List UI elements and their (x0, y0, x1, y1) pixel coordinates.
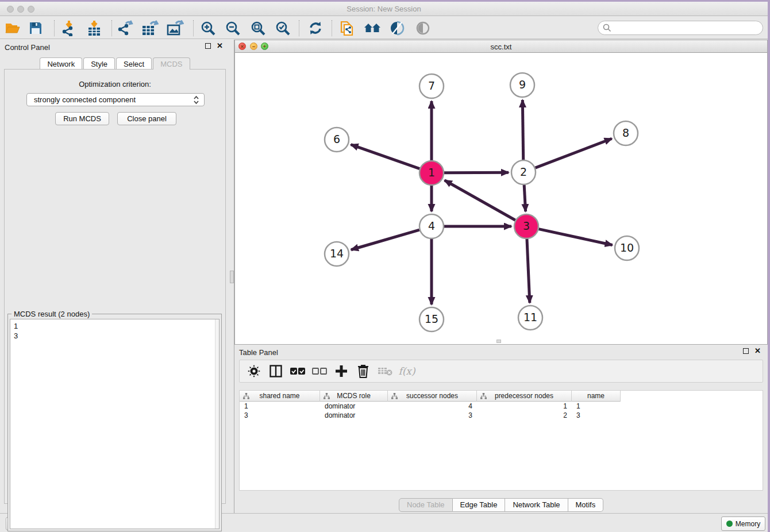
export-image-icon[interactable] (165, 20, 185, 37)
table-panel-float-icon[interactable] (743, 348, 749, 354)
optimization-criterion-dropdown[interactable]: strongly connected component (26, 93, 205, 106)
column-header-name[interactable]: name (572, 391, 621, 402)
table-cell[interactable]: 4 (388, 402, 477, 411)
result-scrollbar[interactable] (215, 319, 219, 529)
export-network-icon[interactable] (116, 20, 135, 37)
clone-network-icon[interactable] (338, 20, 357, 37)
refresh-icon[interactable] (306, 20, 325, 37)
delete-column-icon[interactable] (353, 363, 373, 380)
optimization-criterion-label: Optimization criterion: (5, 80, 225, 88)
graph-edge-3-1[interactable] (445, 180, 515, 220)
table-cell[interactable]: 1 (477, 402, 572, 411)
split-columns-icon[interactable] (266, 363, 286, 380)
show-style-icon[interactable] (387, 20, 407, 37)
mcds-result-textarea[interactable]: 1 3 (10, 319, 220, 529)
zoom-in-icon[interactable] (198, 20, 218, 37)
search-text-field[interactable] (611, 23, 763, 33)
table-cell[interactable]: 3 (572, 411, 621, 420)
table-cell[interactable]: dominator (320, 411, 388, 420)
graph-node-4[interactable]: 4 (419, 214, 444, 238)
tab-style[interactable]: Style (83, 57, 115, 70)
network-canvas[interactable]: 7968124314101511 (235, 53, 767, 344)
import-table-icon[interactable] (84, 20, 104, 37)
graph-node-label: 11 (523, 311, 537, 323)
graph-node-1[interactable]: 1 (419, 161, 444, 185)
column-header-MCDS-role[interactable]: MCDS role (320, 391, 388, 402)
table-panel: Table Panel ✕ (234, 345, 768, 513)
graph-edge-4-14[interactable] (351, 230, 419, 250)
table-cell[interactable]: 1 (572, 402, 621, 411)
graph-edge-2-3[interactable] (524, 185, 525, 211)
splitter-handle[interactable] (230, 271, 234, 283)
export-table-icon[interactable] (140, 20, 160, 37)
graph-node-11[interactable]: 11 (518, 306, 542, 330)
graph-node-15[interactable]: 15 (419, 307, 444, 331)
graph-node-2[interactable]: 2 (511, 160, 536, 184)
graph-edge-1-2[interactable] (444, 172, 509, 173)
table-row[interactable]: 1dominator411 (240, 402, 763, 411)
tab-node-table[interactable]: Node Table (399, 498, 453, 512)
houses-icon[interactable] (363, 20, 382, 37)
tab-motifs[interactable]: Motifs (568, 498, 604, 512)
graph-edge-2-8[interactable] (536, 138, 612, 168)
table-cell[interactable]: 1 (240, 402, 320, 411)
mcds-panel-body: Optimization criterion: strongly connect… (4, 69, 226, 504)
network-window-titlebar[interactable]: × − + scc.txt (235, 40, 767, 53)
settings-gear-icon[interactable] (244, 363, 264, 380)
graph-node-9[interactable]: 9 (510, 73, 534, 97)
graph-node-3[interactable]: 3 (514, 214, 538, 238)
control-panel-close-icon[interactable]: ✕ (217, 43, 223, 49)
save-session-icon[interactable] (26, 20, 45, 37)
table-cell[interactable]: 2 (477, 411, 572, 420)
toolbar-separator (332, 20, 332, 36)
graph-edge-1-6[interactable] (351, 145, 420, 169)
network-resize-grip[interactable] (496, 340, 501, 343)
network-view-window: × − + scc.txt 7968124314101511 (234, 40, 768, 345)
application-window: Session: New Session (0, 2, 768, 532)
main-toolbar (0, 17, 768, 39)
add-column-icon[interactable] (332, 363, 351, 380)
function-builder-icon[interactable]: f(x) (397, 363, 417, 380)
window-titlebar: Session: New Session (0, 2, 768, 16)
zoom-out-icon[interactable] (223, 20, 242, 37)
graph-edge-2-9[interactable] (522, 100, 523, 160)
graph-node-6[interactable]: 6 (325, 128, 349, 152)
graph-edge-3-10[interactable] (538, 229, 612, 245)
graph-node-14[interactable]: 14 (325, 242, 349, 266)
memory-button[interactable]: Memory (721, 516, 765, 531)
table-cell[interactable]: 3 (388, 411, 477, 420)
deselect-all-icon[interactable] (310, 363, 329, 380)
delete-table-icon[interactable] (375, 363, 395, 380)
mcds-result-line: 3 (14, 331, 215, 341)
table-row[interactable]: 3dominator323 (240, 411, 763, 420)
column-header-successor-nodes[interactable]: successor nodes (388, 391, 477, 402)
birds-eye-icon[interactable] (413, 20, 433, 37)
table-cell[interactable]: dominator (320, 402, 388, 411)
run-mcds-button[interactable]: Run MCDS (55, 112, 109, 125)
memory-label: Memory (736, 520, 760, 528)
select-all-icon[interactable] (288, 363, 307, 380)
zoom-fit-icon[interactable] (248, 20, 268, 37)
zoom-selected-icon[interactable] (273, 20, 292, 37)
graph-edge-3-11[interactable] (527, 239, 530, 303)
tab-mcds[interactable]: MCDS (153, 57, 190, 70)
column-header-shared-name[interactable]: shared name (240, 391, 320, 402)
control-panel-float-icon[interactable] (205, 43, 211, 49)
memory-status-icon (726, 521, 733, 527)
graph-node-label: 1 (428, 166, 435, 179)
import-network-icon[interactable] (59, 20, 79, 37)
graph-node-7[interactable]: 7 (419, 74, 444, 98)
table-cell[interactable]: 3 (240, 411, 320, 420)
tab-select[interactable]: Select (116, 57, 152, 70)
tab-edge-table[interactable]: Edge Table (453, 498, 506, 512)
graph-node-10[interactable]: 10 (615, 236, 639, 260)
column-header-predecessor-nodes[interactable]: predecessor nodes (477, 391, 572, 402)
graph-node-8[interactable]: 8 (614, 121, 638, 145)
graph-node-label: 10 (620, 241, 634, 254)
tab-network[interactable]: Network (40, 57, 82, 70)
close-panel-button[interactable]: Close panel (117, 112, 176, 125)
tab-network-table[interactable]: Network Table (505, 498, 568, 512)
table-panel-close-icon[interactable]: ✕ (754, 348, 761, 354)
search-input[interactable] (598, 21, 763, 35)
open-session-icon[interactable] (3, 20, 22, 37)
